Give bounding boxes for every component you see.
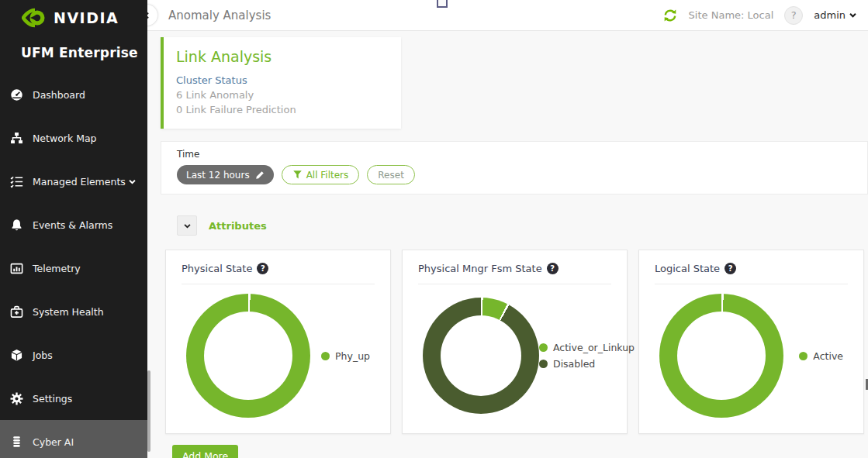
- sidebar: NVIDIA UFM Enterprise DashboardNetwork M…: [0, 0, 147, 458]
- all-filters-button[interactable]: All Filters: [282, 165, 360, 184]
- chart-card-physical-state: Physical State?Phy_up: [165, 250, 391, 434]
- reset-button[interactable]: Reset: [367, 165, 415, 184]
- chart-title: Logical State: [655, 263, 720, 274]
- chart-legend: Phy_up: [321, 350, 373, 362]
- clipped-pin-icon: [437, 0, 448, 8]
- managed-elements-icon: [10, 175, 23, 188]
- legend-dot: [539, 343, 548, 352]
- bell-icon: [10, 219, 23, 232]
- link-anomaly-count: 6 Link Anomaly: [176, 89, 389, 101]
- legend-item-disabled[interactable]: Disabled: [539, 358, 635, 370]
- main-content: Link Analysis Cluster Status 6 Link Anom…: [147, 31, 868, 458]
- nvidia-wordmark: NVIDIA: [54, 9, 119, 26]
- user-name: admin: [814, 9, 846, 21]
- chart-card-logical-state: Logical State?Active: [638, 250, 864, 434]
- chart-legend: Active: [799, 350, 846, 362]
- time-filter-panel: Time Last 12 hours All Filters Reset: [161, 141, 868, 195]
- legend-item-active[interactable]: Active: [799, 350, 843, 362]
- site-name-label: Site Name: Local: [689, 9, 774, 21]
- add-more-button[interactable]: Add More: [172, 445, 238, 458]
- sidebar-item-managed-elements[interactable]: Managed Elements: [0, 160, 147, 203]
- legend-dot: [539, 360, 548, 368]
- legend-label: Active_or_Linkup: [553, 342, 635, 353]
- dashboard-icon: [10, 88, 23, 102]
- sidebar-item-telemetry[interactable]: Telemetry: [0, 246, 147, 290]
- user-menu[interactable]: admin: [814, 9, 857, 21]
- legend-item-phy-up[interactable]: Phy_up: [321, 350, 370, 362]
- time-range-pill[interactable]: Last 12 hours: [177, 165, 274, 184]
- link-failure-prediction-count: 0 Link Failure Prediction: [176, 104, 389, 115]
- sidebar-item-cyber-ai[interactable]: Cyber AI: [0, 420, 147, 458]
- jobs-icon: [10, 349, 23, 362]
- sidebar-item-label: Telemetry: [33, 263, 81, 274]
- sidebar-item-label: Dashboard: [33, 89, 85, 101]
- legend-dot: [321, 352, 330, 360]
- donut-chart[interactable]: [423, 298, 539, 414]
- nvidia-logo: NVIDIA: [0, 0, 147, 28]
- sidebar-item-label: Cyber AI: [33, 436, 74, 448]
- sidebar-item-label: Managed Elements: [33, 176, 126, 188]
- legend-label: Active: [813, 350, 843, 362]
- legend-item-active-or-linkup[interactable]: Active_or_Linkup: [539, 342, 635, 353]
- time-label: Time: [177, 149, 867, 160]
- charts-row: Physical State?Phy_upPhysical Mngr Fsm S…: [165, 250, 868, 434]
- refresh-icon[interactable]: [662, 8, 678, 23]
- donut-chart[interactable]: [659, 294, 783, 418]
- sidebar-item-label: Jobs: [33, 350, 53, 361]
- gear-icon: [10, 392, 23, 405]
- sidebar-item-label: Events & Alarms: [33, 219, 112, 231]
- legend-dot: [799, 352, 807, 360]
- help-icon[interactable]: ?: [724, 263, 736, 274]
- sidebar-item-label: System Health: [33, 306, 104, 318]
- sidebar-item-settings[interactable]: Settings: [0, 377, 147, 420]
- donut-hole: [677, 312, 766, 400]
- link-analysis-card: Link Analysis Cluster Status 6 Link Anom…: [161, 37, 401, 129]
- sidebar-item-jobs[interactable]: Jobs: [0, 333, 147, 377]
- donut-chart[interactable]: [186, 294, 310, 418]
- chart-title: Physical Mngr Fsm State: [418, 263, 542, 274]
- scrollbar-thumb[interactable]: [147, 370, 150, 452]
- help-icon[interactable]: ?: [257, 263, 268, 274]
- system-health-icon: [10, 305, 23, 319]
- chart-card-physical-mngr-fsm-state: Physical Mngr Fsm State?Active_or_Linkup…: [402, 250, 628, 434]
- donut-hole: [204, 312, 292, 400]
- sidebar-item-system-health[interactable]: System Health: [0, 290, 147, 333]
- attributes-collapse-button[interactable]: [177, 215, 197, 236]
- product-name: UFM Enterprise: [0, 28, 147, 60]
- legend-label: Phy_up: [335, 350, 370, 362]
- help-icon[interactable]: ?: [547, 263, 558, 274]
- filter-funnel-icon: [292, 170, 303, 180]
- cluster-status-link[interactable]: Cluster Status: [176, 74, 389, 86]
- page-title: Anomaly Analysis: [168, 9, 271, 22]
- sidebar-item-label: Settings: [33, 393, 72, 405]
- chart-title: Physical State: [182, 263, 252, 274]
- sidebar-item-events-alarms[interactable]: Events & Alarms: [0, 203, 147, 246]
- network-map-icon: [10, 132, 23, 145]
- sidebar-item-label: Network Map: [33, 133, 97, 144]
- chevron-down-icon: [183, 222, 192, 230]
- link-analysis-title: Link Analysis: [176, 48, 389, 65]
- attributes-label: Attributes: [209, 220, 267, 232]
- reset-label: Reset: [378, 170, 404, 181]
- telemetry-icon: [10, 262, 23, 275]
- time-range-value: Last 12 hours: [186, 170, 250, 181]
- sidebar-item-dashboard[interactable]: Dashboard: [0, 73, 147, 116]
- chevron-down-icon: [128, 177, 137, 186]
- sidebar-item-network-map[interactable]: Network Map: [0, 116, 147, 160]
- pencil-icon: [255, 170, 265, 180]
- help-button[interactable]: ?: [784, 6, 803, 25]
- chart-legend: Active_or_LinkupDisabled: [539, 342, 638, 370]
- cyber-ai-icon: [10, 436, 23, 449]
- chevron-down-icon: [849, 11, 857, 19]
- sidebar-nav: DashboardNetwork MapManaged ElementsEven…: [0, 73, 147, 458]
- all-filters-label: All Filters: [306, 170, 349, 181]
- nvidia-eye-icon: [22, 8, 48, 28]
- donut-hole: [441, 315, 521, 396]
- topbar: Anomaly Analysis Site Name: Local ? admi…: [147, 0, 868, 31]
- legend-label: Disabled: [553, 358, 595, 370]
